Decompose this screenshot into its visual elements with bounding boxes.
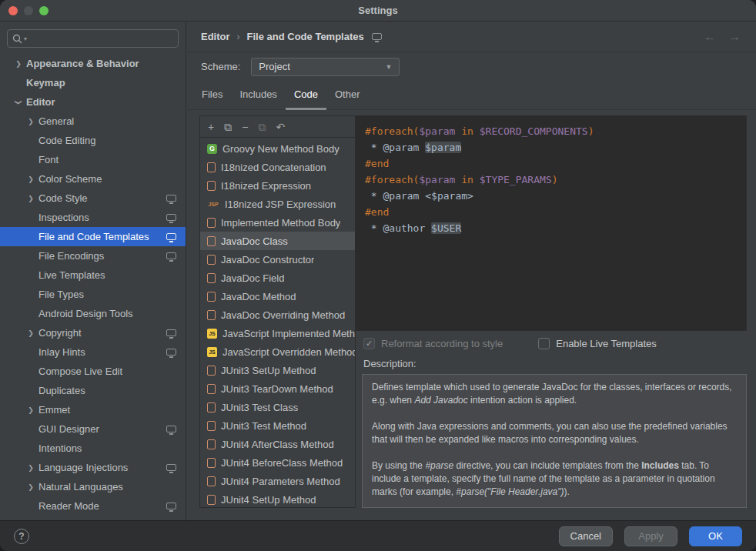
- sidebar-item-font[interactable]: Font: [0, 150, 186, 169]
- tab-files[interactable]: Files: [193, 81, 231, 110]
- sidebar-item-code-editing[interactable]: Code Editing: [0, 131, 186, 150]
- code-line: * @author $USER: [365, 220, 737, 236]
- template-item-javadoc-class[interactable]: JavaDoc Class: [200, 232, 355, 250]
- sidebar-item-color-scheme[interactable]: ❯Color Scheme: [0, 169, 186, 189]
- sidebar-item-duplicates[interactable]: Duplicates: [0, 381, 186, 400]
- shared-settings-icon: [166, 329, 176, 336]
- template-item-javadoc-overriding-method[interactable]: JavaDoc Overriding Method: [200, 306, 355, 324]
- template-item-junit3-test-class[interactable]: JUnit3 Test Class: [200, 398, 355, 416]
- template-item-i18nized-expression[interactable]: I18nized Expression: [200, 176, 355, 195]
- help-button[interactable]: ?: [14, 529, 29, 544]
- template-file-icon: [207, 310, 216, 320]
- scheme-dropdown-value: Project: [259, 61, 289, 72]
- shared-settings-icon: [166, 233, 176, 240]
- template-item-javascript-overridden-method-body[interactable]: JSJavaScript Overridden Method Body: [200, 342, 355, 361]
- sidebar-item-intentions[interactable]: Intentions: [0, 439, 186, 458]
- search-options-chevron-icon[interactable]: ▾: [24, 35, 27, 42]
- add-template-button[interactable]: +: [208, 122, 214, 132]
- sidebar-item-live-templates[interactable]: Live Templates: [0, 265, 186, 285]
- sidebar-item-natural-languages[interactable]: ❯Natural Languages: [0, 477, 186, 496]
- template-item-junit4-setup-method[interactable]: JUnit4 SetUp Method: [200, 490, 355, 507]
- sidebar-item-inlay-hints[interactable]: Inlay Hints: [0, 342, 186, 362]
- back-button[interactable]: ←: [704, 31, 716, 43]
- template-item-i18nized-jsp-expression[interactable]: JSPI18nized JSP Expression: [200, 195, 355, 213]
- template-item-implemented-method-body[interactable]: Implemented Method Body: [200, 213, 355, 232]
- sidebar-item-label: GUI Designer: [38, 423, 99, 435]
- settings-search-box[interactable]: ▾: [7, 29, 179, 48]
- tab-code[interactable]: Code: [286, 81, 326, 110]
- template-item-i18nized-concatenation[interactable]: I18nized Concatenation: [200, 158, 355, 176]
- template-item-javadoc-method[interactable]: JavaDoc Method: [200, 287, 355, 306]
- template-code-editor[interactable]: #foreach($param in $RECORD_COMPONENTS) *…: [356, 115, 747, 331]
- template-list-toolbar: +⧉−⧉↶: [200, 116, 355, 138]
- sidebar-item-inspections[interactable]: Inspections: [0, 208, 186, 227]
- chevron-right-icon[interactable]: ❯: [23, 464, 38, 472]
- tab-includes[interactable]: Includes: [231, 81, 285, 110]
- sidebar-item-gui-designer[interactable]: GUI Designer: [0, 419, 186, 439]
- apply-button[interactable]: Apply: [624, 526, 677, 546]
- close-window-button[interactable]: [8, 6, 18, 15]
- code-token: * @author: [365, 222, 431, 234]
- sidebar-item-editor[interactable]: ❯Editor: [0, 92, 186, 112]
- shared-settings-icon: [166, 426, 176, 432]
- enable-live-templates-checkbox[interactable]: ✓ Enable Live Templates: [538, 338, 657, 349]
- template-file-icon: [207, 236, 216, 246]
- shared-settings-icon: [372, 33, 382, 40]
- sidebar-item-copyright[interactable]: ❯Copyright: [0, 323, 186, 342]
- sidebar-item-label: File Types: [38, 289, 84, 300]
- cancel-button[interactable]: Cancel: [559, 526, 613, 546]
- template-item-junit3-teardown-method[interactable]: JUnit3 TearDown Method: [200, 379, 355, 398]
- template-item-junit4-afterclass-method[interactable]: JUnit4 AfterClass Method: [200, 435, 355, 453]
- sidebar-item-emmet[interactable]: ❯Emmet: [0, 400, 186, 419]
- copy-template-button[interactable]: ⧉: [224, 122, 232, 132]
- code-line: * @param $param: [365, 139, 737, 155]
- chevron-right-icon[interactable]: ❯: [11, 60, 26, 68]
- template-item-junit3-test-method[interactable]: JUnit3 Test Method: [200, 416, 355, 435]
- sidebar-item-language-injections[interactable]: ❯Language Injections: [0, 458, 186, 477]
- sidebar-item-reader-mode[interactable]: Reader Mode: [0, 496, 186, 516]
- ok-button[interactable]: OK: [689, 526, 742, 546]
- template-item-label: JUnit3 Test Method: [221, 420, 306, 432]
- template-item-javadoc-constructor[interactable]: JavaDoc Constructor: [200, 250, 355, 269]
- shared-settings-icon: [166, 214, 176, 221]
- template-item-groovy-new-method-body[interactable]: GGroovy New Method Body: [200, 139, 355, 158]
- code-token: $param: [419, 174, 455, 185]
- sidebar-item-keymap[interactable]: Keymap: [0, 73, 186, 92]
- reset-template-button[interactable]: ↶: [276, 122, 285, 132]
- search-input[interactable]: [32, 33, 173, 45]
- chevron-right-icon[interactable]: ❯: [23, 483, 38, 491]
- chevron-right-icon[interactable]: ❯: [23, 329, 38, 337]
- sidebar-item-code-style[interactable]: ❯Code Style: [0, 189, 186, 208]
- search-icon: [12, 34, 22, 44]
- chevron-right-icon[interactable]: ❯: [23, 195, 38, 202]
- remove-template-button[interactable]: −: [242, 122, 248, 132]
- sidebar-item-general[interactable]: ❯General: [0, 112, 186, 131]
- tab-other[interactable]: Other: [326, 81, 369, 110]
- sidebar-item-file-types[interactable]: File Types: [0, 285, 186, 304]
- sidebar-item-appearance-behavior[interactable]: ❯Appearance & Behavior: [0, 54, 186, 73]
- sidebar-item-file-encodings[interactable]: File Encodings: [0, 246, 186, 265]
- duplicate-template-button[interactable]: ⧉: [258, 122, 266, 132]
- sidebar-item-compose-live-edit[interactable]: Compose Live Edit: [0, 362, 186, 381]
- chevron-right-icon[interactable]: ❯: [23, 406, 38, 414]
- template-item-junit3-setup-method[interactable]: JUnit3 SetUp Method: [200, 361, 355, 379]
- forward-button[interactable]: →: [728, 31, 741, 43]
- zoom-window-button[interactable]: [39, 6, 49, 15]
- js-file-icon: JS: [207, 329, 217, 339]
- chevron-down-icon: ▼: [385, 63, 392, 71]
- code-line: * @param <$param>: [365, 188, 737, 204]
- chevron-down-icon[interactable]: ❯: [15, 95, 22, 110]
- chevron-right-icon[interactable]: ❯: [23, 175, 38, 183]
- template-item-javadoc-field[interactable]: JavaDoc Field: [200, 269, 355, 287]
- reformat-checkbox[interactable]: ✓ Reformat according to style: [363, 338, 503, 349]
- breadcrumb-item-editor[interactable]: Editor: [201, 31, 230, 42]
- template-item-junit4-beforeclass-method[interactable]: JUnit4 BeforeClass Method: [200, 453, 355, 472]
- shared-settings-icon: [166, 195, 176, 202]
- template-item-javascript-implemented-method-body[interactable]: JSJavaScript Implemented Method Body: [200, 324, 355, 342]
- scheme-dropdown[interactable]: Project ▼: [251, 58, 400, 76]
- sidebar-item-file-and-code-templates[interactable]: File and Code Templates: [0, 227, 186, 246]
- sidebar-item-android-design-tools[interactable]: Android Design Tools: [0, 304, 186, 323]
- template-item-junit4-parameters-method[interactable]: JUnit4 Parameters Method: [200, 472, 355, 490]
- sidebar-item-label: Live Templates: [38, 269, 105, 281]
- chevron-right-icon[interactable]: ❯: [23, 118, 38, 125]
